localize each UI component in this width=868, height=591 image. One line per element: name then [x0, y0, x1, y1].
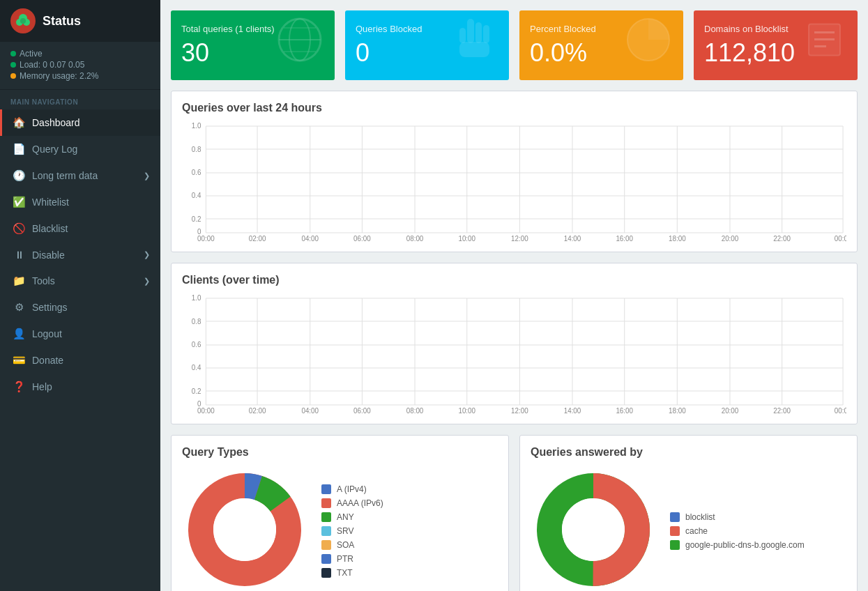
svg-text:0.6: 0.6 [192, 341, 201, 348]
svg-text:06:00: 06:00 [353, 407, 371, 413]
svg-text:16:00: 16:00 [616, 407, 633, 413]
legend-color-cache [670, 526, 680, 536]
legend-cache: cache [670, 526, 805, 536]
svg-text:08:00: 08:00 [406, 407, 424, 413]
sidebar-header: Status [0, 0, 160, 42]
sidebar-item-tools[interactable]: 📁 Tools ❯ [0, 268, 160, 294]
legend-google: google-public-dns-b.google.com [670, 540, 805, 550]
hand-icon [453, 15, 498, 75]
clients-over-time-chart: 1.0 0.8 0.6 0.4 0.2 0 [182, 295, 846, 413]
queries-chart-svg: 1.0 0.8 0.6 0.4 0.2 0 [182, 123, 846, 241]
sidebar-item-settings[interactable]: ⚙ Settings [0, 294, 160, 321]
list-icon [802, 17, 847, 74]
status-memory: Memory usage: 2.2% [10, 71, 150, 81]
blocked-label: Queries Blocked [356, 24, 422, 34]
legend-blocklist: blocklist [670, 512, 805, 522]
legend-soa: SOA [321, 540, 383, 550]
svg-text:0.8: 0.8 [192, 318, 201, 325]
donate-icon: 💳 [13, 354, 25, 367]
disable-chevron-icon: ❯ [144, 250, 150, 259]
svg-text:1.0: 1.0 [192, 123, 201, 130]
pie-icon [624, 15, 673, 75]
svg-point-102 [562, 498, 625, 561]
queries-over-time-title: Queries over last 24 hours [182, 102, 846, 114]
sidebar-item-dashboard[interactable]: 🏠 Dashboard [0, 109, 160, 136]
sidebar-item-help[interactable]: ❓ Help [0, 374, 160, 400]
query-types-title: Query Types [182, 446, 498, 459]
svg-point-99 [213, 498, 276, 561]
legend-color-blocklist [670, 512, 680, 522]
svg-text:16:00: 16:00 [616, 235, 633, 241]
settings-icon: ⚙ [13, 301, 25, 314]
queries-over-time-chart: 1.0 0.8 0.6 0.4 0.2 0 [182, 123, 846, 241]
legend-label-txt: TXT [337, 568, 353, 578]
svg-text:1.0: 1.0 [192, 295, 201, 302]
legend-label-any: ANY [337, 512, 354, 522]
svg-text:22:00: 22:00 [773, 235, 791, 241]
legend-color-ptr [321, 554, 331, 564]
svg-text:0.8: 0.8 [192, 146, 201, 153]
blocked-value: 0 [356, 38, 422, 68]
sidebar-item-disable[interactable]: ⏸ Disable ❯ [0, 242, 160, 268]
nav-section-label: MAIN NAVIGATION [0, 90, 160, 109]
sidebar-item-whitelist[interactable]: ✅ Whitelist [0, 189, 160, 215]
svg-text:0.6: 0.6 [192, 169, 201, 176]
stat-card-total-queries: Total queries (1 clients) 30 [171, 10, 335, 80]
svg-rect-13 [459, 28, 466, 43]
sidebar-brand: Status [43, 14, 81, 29]
legend-label-ipv4: A (IPv4) [337, 484, 367, 494]
main-content: Total queries (1 clients) 30 Queries Blo… [160, 0, 868, 591]
svg-text:22:00: 22:00 [773, 407, 791, 413]
whitelist-icon: ✅ [13, 196, 25, 208]
svg-text:10:00: 10:00 [458, 407, 475, 413]
legend-color-ipv4 [321, 484, 331, 494]
svg-text:06:00: 06:00 [353, 235, 371, 241]
svg-text:18:00: 18:00 [669, 407, 686, 413]
queries-answered-legend: blocklist cache google-public-dns-b.goog… [670, 512, 805, 550]
legend-label-google: google-public-dns-b.google.com [685, 540, 805, 550]
legend-label-soa: SOA [337, 540, 354, 550]
legend-label-blocklist: blocklist [685, 512, 715, 522]
svg-text:0.2: 0.2 [192, 387, 201, 395]
sidebar: Status Active Load: 0 0.07 0.05 Memory u… [0, 0, 160, 591]
sidebar-item-query-log[interactable]: 📄 Query Log [0, 136, 160, 162]
svg-text:0.2: 0.2 [192, 215, 201, 223]
sidebar-item-donate-label: Donate [32, 355, 63, 366]
svg-text:18:00: 18:00 [669, 235, 686, 241]
sidebar-item-logout[interactable]: 👤 Logout [0, 321, 160, 347]
legend-srv: SRV [321, 526, 383, 536]
svg-text:10:00: 10:00 [458, 235, 475, 241]
queries-answered-title: Queries answered by [531, 446, 846, 459]
logo-icon [10, 8, 36, 33]
percent-label: Percent Blocked [530, 24, 596, 34]
legend-any: ANY [321, 512, 383, 522]
sidebar-item-query-log-label: Query Log [32, 144, 77, 155]
logout-icon: 👤 [13, 328, 25, 340]
svg-text:20:00: 20:00 [722, 407, 739, 413]
disable-icon: ⏸ [13, 249, 25, 261]
queries-answered-chart [531, 467, 656, 591]
globe-icon [275, 15, 324, 75]
sidebar-item-long-term-data[interactable]: 🕐 Long term data ❯ [0, 162, 160, 189]
sidebar-item-help-label: Help [32, 381, 52, 392]
legend-color-soa [321, 540, 331, 550]
stat-cards: Total queries (1 clients) 30 Queries Blo… [171, 10, 858, 80]
load-dot [10, 62, 16, 68]
sidebar-item-dashboard-label: Dashboard [32, 117, 80, 128]
svg-rect-14 [459, 42, 489, 57]
svg-rect-11 [475, 22, 482, 43]
stat-card-blocklist: Domains on Blocklist 112,810 [694, 10, 858, 80]
sidebar-item-donate[interactable]: 💳 Donate [0, 347, 160, 374]
svg-text:12:00: 12:00 [511, 407, 528, 413]
total-queries-value: 30 [181, 38, 275, 68]
svg-text:04:00: 04:00 [301, 235, 319, 241]
legend-label-cache: cache [685, 526, 708, 536]
svg-text:02:00: 02:00 [249, 235, 266, 241]
sidebar-item-whitelist-label: Whitelist [32, 197, 69, 208]
sidebar-item-blacklist[interactable]: 🚫 Blacklist [0, 215, 160, 242]
query-types-section: Query Types [171, 435, 509, 591]
sidebar-item-blacklist-label: Blacklist [32, 223, 68, 234]
svg-text:14:00: 14:00 [564, 407, 581, 413]
clients-over-time-title: Clients (over time) [182, 274, 846, 286]
blacklist-icon: 🚫 [13, 222, 25, 235]
